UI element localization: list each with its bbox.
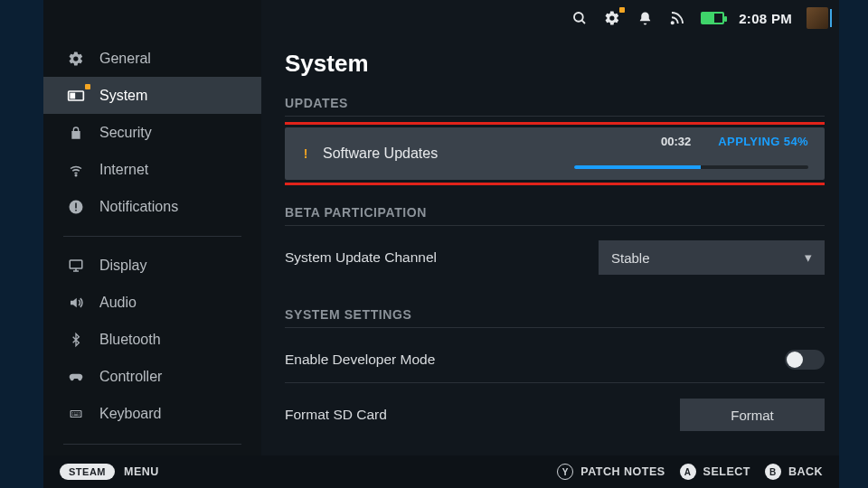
lock-icon bbox=[67, 124, 85, 142]
bell-icon[interactable] bbox=[636, 9, 654, 27]
update-channel-label: System Update Channel bbox=[285, 249, 599, 266]
section-system-settings-label: SYSTEM SETTINGS bbox=[285, 307, 825, 322]
sidebar-item-system[interactable]: System bbox=[43, 77, 261, 114]
divider bbox=[285, 382, 825, 383]
audio-icon bbox=[67, 294, 85, 312]
search-icon[interactable] bbox=[571, 9, 589, 27]
settings-icon[interactable] bbox=[603, 9, 621, 27]
update-badge-icon bbox=[619, 7, 625, 13]
developer-mode-toggle[interactable] bbox=[785, 350, 825, 370]
clock: 2:08 PM bbox=[739, 11, 792, 26]
sidebar-item-notifications[interactable]: Notifications bbox=[43, 188, 261, 225]
page-title: System bbox=[285, 50, 825, 78]
svg-rect-4 bbox=[75, 202, 77, 208]
svg-point-9 bbox=[672, 22, 674, 23]
sidebar-item-label: Audio bbox=[99, 295, 137, 311]
rss-icon[interactable] bbox=[668, 9, 686, 27]
gear-icon bbox=[67, 50, 85, 68]
button-label: PATCH NOTES bbox=[580, 465, 665, 478]
b-glyph-icon: B bbox=[765, 464, 781, 480]
battery-icon bbox=[701, 12, 724, 24]
section-updates-label: UPDATES bbox=[285, 96, 825, 110]
sidebar-item-keyboard[interactable]: Keyboard bbox=[43, 396, 261, 433]
patch-notes-button[interactable]: Y PATCH NOTES bbox=[557, 464, 665, 480]
screen: General System Security Internet Notific… bbox=[0, 0, 868, 488]
update-channel-select[interactable]: Stable ▾ bbox=[599, 240, 825, 275]
keyboard-icon bbox=[67, 405, 85, 423]
controller-icon bbox=[67, 368, 85, 386]
system-icon bbox=[67, 87, 85, 105]
sidebar-separator bbox=[63, 236, 241, 237]
a-glyph-icon: A bbox=[680, 464, 696, 480]
svg-point-2 bbox=[75, 174, 77, 176]
update-timer: 00:32 bbox=[661, 135, 691, 148]
select-button[interactable]: A SELECT bbox=[680, 464, 750, 480]
update-badge-icon bbox=[85, 84, 90, 89]
sidebar-item-display[interactable]: Display bbox=[43, 248, 261, 285]
select-value: Stable bbox=[611, 250, 650, 266]
update-name: Software Updates bbox=[323, 145, 438, 162]
update-progress-bar bbox=[574, 165, 701, 169]
sidebar-item-general[interactable]: General bbox=[43, 40, 261, 77]
button-label: BACK bbox=[788, 465, 823, 478]
warning-icon: ! bbox=[301, 146, 310, 161]
menu-label: MENU bbox=[124, 465, 159, 478]
steam-button[interactable]: STEAM bbox=[60, 464, 115, 480]
chevron-down-icon: ▾ bbox=[805, 249, 812, 266]
sidebar-item-internet[interactable]: Internet bbox=[43, 151, 261, 188]
developer-mode-row: Enable Developer Mode bbox=[285, 339, 825, 380]
update-progress bbox=[574, 165, 808, 169]
footer: STEAM MENU Y PATCH NOTES A SELECT B BACK bbox=[43, 455, 839, 488]
avatar[interactable] bbox=[807, 7, 828, 29]
sidebar-item-label: Display bbox=[99, 258, 146, 274]
sidebar-item-label: Controller bbox=[99, 369, 162, 385]
update-status-group: 00:32 APPLYING 54% bbox=[661, 135, 808, 148]
button-label: SELECT bbox=[703, 465, 750, 478]
alert-icon bbox=[67, 198, 85, 216]
bluetooth-icon bbox=[67, 331, 85, 349]
sidebar-item-label: Notifications bbox=[99, 199, 178, 215]
sidebar-item-label: General bbox=[99, 51, 151, 67]
sidebar-item-bluetooth[interactable]: Bluetooth bbox=[43, 322, 261, 359]
top-bar: 2:08 PM bbox=[571, 7, 828, 29]
footer-right: Y PATCH NOTES A SELECT B BACK bbox=[557, 464, 823, 480]
format-sd-row: Format SD Card Format bbox=[285, 394, 825, 436]
settings-panel: General System Security Internet Notific… bbox=[43, 0, 839, 455]
back-button[interactable]: B BACK bbox=[765, 464, 823, 480]
update-channel-row: System Update Channel Stable ▾ bbox=[285, 237, 825, 278]
wifi-icon bbox=[67, 161, 85, 179]
svg-rect-5 bbox=[75, 210, 77, 211]
section-beta-label: BETA PARTICIPATION bbox=[285, 205, 825, 220]
sidebar-item-label: Bluetooth bbox=[99, 332, 161, 348]
format-sd-label: Format SD Card bbox=[285, 407, 680, 423]
sidebar-item-security[interactable]: Security bbox=[43, 114, 261, 151]
divider bbox=[285, 327, 825, 328]
footer-left: STEAM MENU bbox=[60, 464, 159, 480]
svg-point-8 bbox=[574, 13, 583, 22]
sidebar-item-label: Internet bbox=[99, 162, 148, 178]
update-status: APPLYING 54% bbox=[718, 135, 808, 148]
main-area: 2:08 PM System UPDATES ! Software Update… bbox=[261, 0, 839, 455]
sidebar-item-controller[interactable]: Controller bbox=[43, 359, 261, 396]
content: System UPDATES ! Software Updates 00:32 … bbox=[285, 50, 825, 455]
divider bbox=[285, 116, 825, 117]
sidebar-item-label: System bbox=[99, 88, 147, 104]
sidebar: General System Security Internet Notific… bbox=[43, 0, 261, 455]
developer-mode-label: Enable Developer Mode bbox=[285, 352, 785, 368]
sidebar-item-label: Security bbox=[99, 125, 152, 141]
software-updates-row[interactable]: ! Software Updates 00:32 APPLYING 54% bbox=[285, 127, 825, 180]
sidebar-item-label: Keyboard bbox=[99, 406, 162, 422]
display-icon bbox=[67, 257, 85, 275]
y-glyph-icon: Y bbox=[557, 464, 573, 480]
sidebar-item-audio[interactable]: Audio bbox=[43, 285, 261, 322]
sidebar-separator bbox=[63, 444, 241, 445]
format-button[interactable]: Format bbox=[680, 399, 825, 431]
svg-rect-7 bbox=[71, 411, 81, 418]
svg-rect-6 bbox=[70, 260, 82, 268]
svg-rect-1 bbox=[71, 93, 74, 98]
divider bbox=[285, 225, 825, 226]
